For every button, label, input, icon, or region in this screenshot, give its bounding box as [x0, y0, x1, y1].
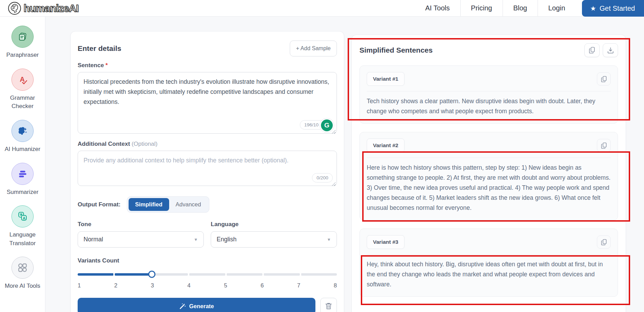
divider [367, 254, 611, 255]
ai-humanizer-icon [11, 120, 34, 142]
download-icon [607, 47, 614, 54]
variants-count-slider[interactable] [78, 270, 337, 278]
form-title: Enter details [78, 44, 121, 53]
generate-label: Generate [189, 303, 214, 310]
slider-thumb[interactable] [148, 271, 155, 278]
star-icon: ★ [590, 5, 596, 12]
variant-text: Hey, think about tech history. Big, disr… [367, 259, 611, 289]
sentence-label: Sentence * [78, 62, 337, 69]
required-asterisk: * [105, 62, 108, 69]
download-button[interactable] [603, 43, 618, 57]
sidebar-label: Language Translator [3, 231, 42, 248]
grammarly-icon[interactable]: G [321, 119, 333, 131]
copy-icon [589, 47, 595, 54]
tick-7: 7 [297, 282, 300, 289]
language-label: Language [211, 221, 337, 228]
magic-wand-icon [179, 303, 186, 310]
tick-3: 3 [151, 282, 154, 289]
brand-logo[interactable]: humanizeAI [0, 1, 78, 15]
divider [367, 158, 611, 158]
sidebar-item-language-translator[interactable]: A Language Translator [3, 205, 42, 248]
copy-all-button[interactable] [584, 43, 600, 57]
copy-icon [601, 239, 607, 246]
variant-card-3: Variant #3 Hey, think about tech history… [359, 229, 618, 297]
copy-variant-button[interactable] [597, 139, 611, 152]
variant-badge: Variant #3 [367, 235, 404, 249]
sidebar-item-ai-humanizer[interactable]: AI Humanizer [3, 120, 42, 154]
results-title: Simplified Sentences [359, 46, 433, 54]
sidebar-item-more-ai-tools[interactable]: More AI Tools [3, 257, 42, 291]
tools-sidebar: Paraphraser A Grammar Checker AI Humaniz… [0, 17, 45, 312]
variant-card-2: Variant #2 Here is how tech history show… [359, 132, 618, 220]
grammar-checker-icon: A [11, 69, 34, 91]
context-char-counter: 0/200 [312, 173, 333, 182]
enter-details-card: Enter details + Add Sample Sentence * Hi… [70, 31, 344, 312]
chevron-down-icon: ▼ [194, 237, 198, 242]
copy-icon [601, 142, 607, 149]
copy-variant-button[interactable] [597, 235, 611, 249]
top-navbar: humanizeAI AI Tools Pricing Blog Login ★… [0, 0, 644, 17]
output-format-toggle: Simplified Advanced [127, 196, 209, 213]
svg-text:A: A [23, 216, 26, 220]
tick-6: 6 [261, 282, 264, 289]
chevron-down-icon: ▼ [327, 237, 331, 242]
tick-4: 4 [188, 282, 191, 289]
generate-button[interactable]: Generate [78, 298, 315, 312]
variant-text: Here is how tech history shows this patt… [367, 163, 611, 213]
language-select[interactable]: English ▼ [211, 231, 337, 248]
nav-item-pricing[interactable]: Pricing [460, 0, 503, 16]
summarizer-icon [11, 163, 34, 185]
get-started-button[interactable]: ★ Get Started [582, 0, 644, 17]
sidebar-label: AI Humanizer [5, 145, 41, 154]
slider-tick-labels: 1 2 3 4 5 6 7 8 [78, 282, 337, 289]
sentence-textarea[interactable]: Historical precedents from the tech indu… [78, 72, 337, 134]
sidebar-item-summarizer[interactable]: Summarizer [3, 163, 42, 197]
language-value: English [217, 236, 236, 243]
variants-count-label: Variants Count [78, 257, 337, 264]
more-ai-tools-icon [11, 257, 34, 279]
sidebar-item-grammar-checker[interactable]: A Grammar Checker [3, 69, 42, 111]
variant-text: Tech history shows a clear pattern. New … [367, 96, 611, 116]
tone-label: Tone [78, 221, 204, 228]
format-option-advanced[interactable]: Advanced [169, 198, 208, 211]
simplified-sentences-card: Simplified Sentences [351, 35, 626, 312]
nav-item-login[interactable]: Login [538, 0, 576, 16]
variant-badge: Variant #1 [367, 72, 404, 86]
divider [367, 91, 611, 91]
nav-item-ai-tools[interactable]: AI Tools [415, 0, 460, 16]
language-translator-icon: A [11, 205, 34, 228]
tick-5: 5 [224, 282, 227, 289]
tone-select[interactable]: Normal ▼ [78, 231, 204, 248]
get-started-label: Get Started [600, 5, 635, 12]
sidebar-label: More AI Tools [5, 282, 41, 291]
add-sample-button[interactable]: + Add Sample [290, 41, 337, 56]
format-option-simplified[interactable]: Simplified [129, 198, 169, 211]
nav-item-blog[interactable]: Blog [503, 0, 538, 16]
clear-button[interactable] [320, 298, 337, 312]
context-textarea[interactable] [78, 151, 337, 186]
tone-value: Normal [84, 236, 103, 243]
sidebar-label: Paraphraser [6, 51, 39, 60]
brand-name: humanizeAI [24, 2, 78, 14]
paraphraser-icon [11, 26, 34, 48]
tick-8: 8 [334, 282, 337, 289]
sidebar-item-paraphraser[interactable]: Paraphraser [3, 26, 42, 60]
copy-icon [601, 76, 607, 82]
optional-hint: (Optional) [132, 141, 158, 147]
variant-card-1: Variant #1 Tech history shows a clear pa… [359, 65, 618, 124]
output-format-label: Output Format: [78, 201, 121, 208]
slider-track[interactable] [78, 273, 337, 276]
nav-links: AI Tools Pricing Blog Login ★ Get Starte… [415, 0, 644, 16]
variant-badge: Variant #2 [367, 139, 404, 152]
copy-variant-button[interactable] [597, 72, 611, 86]
tick-2: 2 [114, 282, 118, 289]
tick-1: 1 [78, 282, 81, 289]
context-label: Additional Context (Optional) [78, 141, 337, 148]
sidebar-label: Summarizer [7, 188, 38, 197]
sidebar-label: Grammar Checker [3, 94, 42, 111]
brand-logo-icon [8, 1, 21, 15]
svg-text:A: A [20, 75, 25, 83]
trash-icon [325, 302, 332, 310]
